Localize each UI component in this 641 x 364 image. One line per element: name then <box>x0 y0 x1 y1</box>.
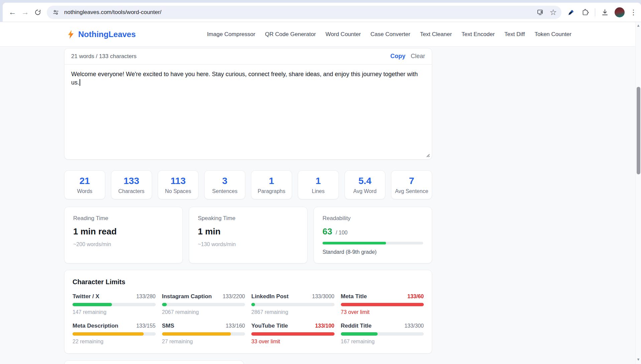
lightning-bolt-icon <box>67 30 75 39</box>
limit-progress-bar <box>251 303 335 306</box>
downloads-icon[interactable] <box>601 8 609 17</box>
url-text[interactable]: nothingleaves.com/tools/word-counter/ <box>64 9 536 16</box>
limit-progress-bar <box>341 303 424 306</box>
scroll-down-icon[interactable]: ▼ <box>637 356 640 363</box>
limit-meta-title: Meta Title 133/60 73 over limit <box>341 293 424 315</box>
speaking-time-card: Speaking Time 1 min ~130 words/min <box>189 207 307 263</box>
top-keywords-card: Top Keywords welcome 1x (4.5%) ▲ <box>64 360 244 364</box>
site-logo[interactable]: NothingLeaves <box>67 30 136 39</box>
browser-menu-icon[interactable]: ⋮ <box>630 8 637 16</box>
toolbar-divider <box>595 8 595 16</box>
limit-linkedin: LinkedIn Post 133/3000 2867 remaining <box>251 293 335 315</box>
nav-item-word-counter[interactable]: Word Counter <box>326 31 361 38</box>
site-header: NothingLeaves Image Compressor QR Code G… <box>0 22 641 47</box>
stat-avg-sentence: 7 Avg Sentence <box>391 170 432 199</box>
stat-characters: 133 Characters <box>111 170 152 199</box>
word-char-summary: 21 words / 133 characters <box>71 53 137 60</box>
limit-reddit-title: Reddit Title 133/300 167 remaining <box>341 323 424 345</box>
forward-button[interactable]: → <box>19 6 31 19</box>
clear-button[interactable]: Clear <box>411 53 425 60</box>
stat-avg-word: 5.4 Avg Word <box>345 170 386 199</box>
reload-button[interactable] <box>31 6 44 19</box>
limit-meta-description: Meta Description 133/155 22 remaining <box>73 323 156 345</box>
limit-progress-bar <box>341 332 424 336</box>
nav-item-text-diff[interactable]: Text Diff <box>504 31 525 38</box>
extensions-icon[interactable] <box>581 8 590 17</box>
vertical-scrollbar[interactable]: ▲ ▼ <box>635 22 641 364</box>
stat-lines: 1 Lines <box>298 170 339 199</box>
site-info-icon[interactable] <box>51 8 60 17</box>
input-text: Welcome everyone! We're excited to have … <box>71 71 418 86</box>
stat-paragraphs: 1 Paragraphs <box>251 170 292 199</box>
nav-item-token-counter[interactable]: Token Counter <box>534 31 571 38</box>
limit-youtube-title: YouTube Title 133/100 33 over limit <box>251 323 335 345</box>
main-nav: Image Compressor QR Code Generator Word … <box>207 31 571 38</box>
tab-strip <box>0 0 641 3</box>
stat-words: 21 Words <box>64 170 105 199</box>
limit-sms: SMS 133/160 27 remaining <box>162 323 245 345</box>
page-content: 21 words / 133 characters Copy Clear Wel… <box>0 47 641 364</box>
browser-chrome: ← → nothingleaves.com/tools/word-counter… <box>0 0 641 22</box>
scrollbar-thumb[interactable] <box>637 87 640 174</box>
readability-card: Readability 63 / 100 Standard (8-9th gra… <box>313 207 432 263</box>
text-input[interactable]: Welcome everyone! We're excited to have … <box>65 64 432 159</box>
nav-item-image-compressor[interactable]: Image Compressor <box>207 31 255 38</box>
limit-progress-bar <box>73 332 156 336</box>
character-limits-title: Character Limits <box>73 278 424 286</box>
nav-item-qr-code-generator[interactable]: QR Code Generator <box>265 31 316 38</box>
limit-instagram: Instagram Caption 133/2200 2067 remainin… <box>162 293 245 315</box>
browser-toolbar: ← → nothingleaves.com/tools/word-counter… <box>3 3 641 22</box>
stat-sentences: 3 Sentences <box>204 170 245 199</box>
nav-item-text-cleaner[interactable]: Text Cleaner <box>420 31 452 38</box>
install-app-icon[interactable] <box>536 8 545 17</box>
readability-progress-bar <box>323 242 423 244</box>
nav-item-case-converter[interactable]: Case Converter <box>371 31 410 38</box>
limit-progress-bar <box>162 303 245 306</box>
scroll-up-icon[interactable]: ▲ <box>637 22 640 29</box>
readability-score: 63 <box>323 226 332 236</box>
reload-icon <box>34 9 41 16</box>
stats-row: 21 Words 133 Characters 113 No Spaces 3 … <box>64 170 432 199</box>
reading-time-card: Reading Time 1 min read ~200 words/min <box>64 207 183 263</box>
time-row: Reading Time 1 min read ~200 words/min S… <box>64 207 432 263</box>
bookmark-star-icon[interactable]: ☆ <box>549 8 557 16</box>
site-title: NothingLeaves <box>78 30 136 39</box>
limit-progress-bar <box>73 303 156 306</box>
copy-button[interactable]: Copy <box>390 53 405 60</box>
nav-item-text-encoder[interactable]: Text Encoder <box>462 31 495 38</box>
editor-card: 21 words / 133 characters Copy Clear Wel… <box>64 48 432 160</box>
character-limits-card: Character Limits Twitter / X 133/280 147… <box>64 270 432 354</box>
limit-progress-bar <box>162 332 245 336</box>
back-button[interactable]: ← <box>6 6 19 19</box>
profile-avatar[interactable] <box>615 7 625 17</box>
resize-handle-icon[interactable] <box>425 153 430 158</box>
limit-progress-bar <box>251 332 335 336</box>
limit-twitter: Twitter / X 133/280 147 remaining <box>73 293 156 315</box>
stat-no-spaces: 113 No Spaces <box>158 170 199 199</box>
eyedropper-extension-icon[interactable] <box>567 8 575 17</box>
address-bar[interactable]: nothingleaves.com/tools/word-counter/ ☆ <box>47 6 561 19</box>
text-cursor <box>80 79 80 86</box>
